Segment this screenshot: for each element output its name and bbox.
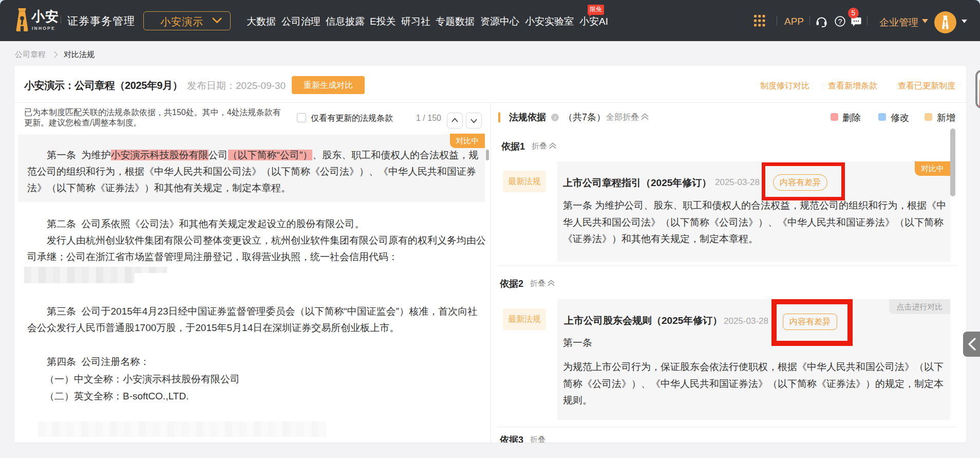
svg-text:?: ?	[838, 17, 842, 26]
